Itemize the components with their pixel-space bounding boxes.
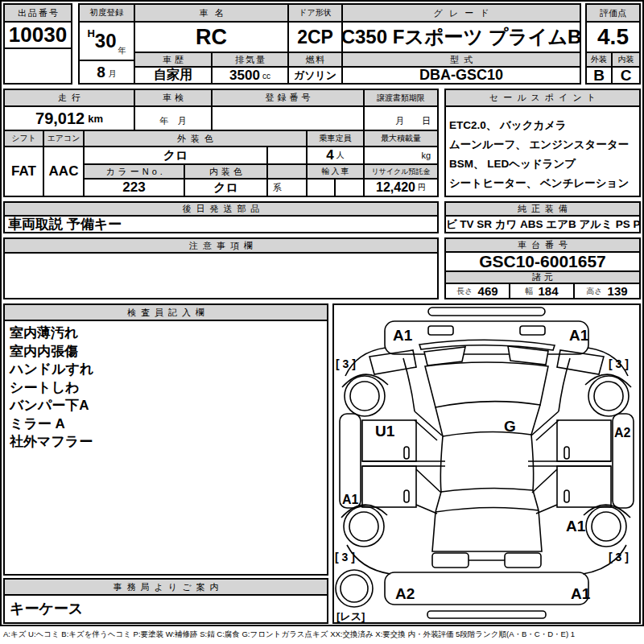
front-left-wheel-inner <box>350 382 379 411</box>
grade-value: RC350 Fスポーツ プライムBK <box>343 23 580 53</box>
rear-lip <box>427 611 546 618</box>
left-sill <box>362 461 445 466</box>
inspector-line: 社外マフラー <box>10 433 322 452</box>
inspector-line: ハンドルすれ <box>10 361 322 379</box>
mark-front-bumper-left: A1 <box>393 327 413 344</box>
car-name-label: 車名 <box>135 5 289 23</box>
recycle-value: 12,420 円 <box>365 180 437 196</box>
auction-no-value: 10030 <box>5 23 71 49</box>
equipment-label: 純正装備 <box>446 203 639 217</box>
vehicle-header-box: 初度登録 H 30 年 8 月 車名 RC 車歴 自家用 排気量 3500 cc… <box>78 3 581 85</box>
first-reg-label: 初度登録 <box>80 5 135 23</box>
spec-width: 幅 184 <box>510 284 575 298</box>
car-outline <box>336 308 634 618</box>
inspector-lines: 室内薄汚れ 室内内張傷 ハンドルすれ シートしわ バンパー下A ミラー A 社外… <box>10 324 322 452</box>
inspector-line: シートしわ <box>10 379 322 398</box>
displacement-number: 3500 <box>229 68 260 83</box>
later-parts-box: 後日発送部品 車両取説 予備キー <box>3 201 439 233</box>
windshield-outline <box>436 405 540 436</box>
car-name-value: RC <box>135 23 289 53</box>
right-door-handle <box>564 447 569 459</box>
front-right-wheel-inner <box>594 382 623 411</box>
hood <box>425 362 548 407</box>
recycle-number: 12,420 <box>376 180 415 195</box>
later-parts-label: 後日発送部品 <box>5 203 437 217</box>
mark-front-right-tire: [ 3 ] <box>609 357 629 370</box>
roof <box>440 435 533 492</box>
mark-rear-bumper-right: A1 <box>571 585 591 602</box>
history-label: 車歴 <box>135 53 213 68</box>
first-reg-month-unit: 月 <box>109 68 117 83</box>
inspection-value: 年 月 <box>135 107 213 131</box>
inspector-label: 検査員記入欄 <box>5 305 327 321</box>
damage-diagram-box: A1 A1 [ 3 ] [ 3 ] U1 G A2 A1 A1 [ 3 ] [ … <box>332 303 641 624</box>
capacity-label: 乗車定員 <box>308 131 365 147</box>
sales-point-line: ムーンルーフ、 エンジンスターター <box>449 135 636 155</box>
mark-front-bumper-right: A1 <box>569 327 589 344</box>
notes-label: 注意事項欄 <box>5 239 437 254</box>
chassis-no-value: GSC10-6001657 <box>446 253 639 272</box>
auction-sheet: { "header_bg": "#d5d5d5", "top": { "auct… <box>0 0 644 644</box>
later-parts-value: 車両取説 予備キー <box>8 217 435 232</box>
sales-point-line: BSM、 LEDヘッドランプ <box>449 155 636 174</box>
color-no-label: カラーNo. <box>85 165 185 180</box>
ext-color-value: クロ <box>85 147 268 165</box>
first-reg-era: H <box>87 23 94 39</box>
left-door-handle <box>404 447 409 459</box>
recycle-unit: 円 <box>418 182 426 196</box>
equipment-value: ナビ TV SR カワ ABS エアB アルミ PS PW <box>446 217 639 232</box>
taillight-right <box>505 553 541 568</box>
chassis-no-label: 車台番号 <box>446 239 639 253</box>
interior-grade-value: C <box>613 68 639 83</box>
first-reg-month-value: 8 <box>97 64 105 81</box>
inspector-box: 検査員記入欄 室内薄汚れ 室内内張傷 ハンドルすれ シートしわ バンパー下A ミ… <box>3 303 328 576</box>
sales-point-line: シートヒーター、 ベンチレーション <box>449 174 636 193</box>
mark-rear-left-tire: [ 3 ] <box>335 551 355 564</box>
inspector-line: 室内薄汚れ <box>10 324 322 343</box>
auction-no-box: 出品番号 10030 <box>3 3 72 85</box>
shift-value: FAT <box>5 147 44 196</box>
int-color-label: 内装色 <box>185 165 268 180</box>
import-value-b <box>336 180 365 196</box>
chassis-box: 車台番号 GSC10-6001657 諸元 長さ 469 幅 184 高さ 13… <box>444 237 641 299</box>
spec-width-value: 184 <box>538 284 558 298</box>
inspector-line: バンパー下A <box>10 397 322 415</box>
spec-height-value: 139 <box>608 284 628 298</box>
mark-left-side-rear: A1 <box>342 493 359 506</box>
left-quarter-handle <box>404 490 409 502</box>
recycle-label: リサイクル預託金 <box>365 165 437 180</box>
specs-label: 諸元 <box>446 272 639 284</box>
int-color-value: クロ <box>185 180 268 196</box>
color-no-value: 223 <box>85 180 185 196</box>
history-value: 自家用 <box>135 68 213 83</box>
reg-no-value <box>213 107 365 131</box>
reg-no-label: 登録番号 <box>213 90 365 107</box>
exterior-grade-value: B <box>587 68 613 83</box>
front-bumper <box>385 321 588 354</box>
first-reg-month: 8 月 <box>80 61 135 83</box>
int-color-suffix-hdr <box>268 165 308 180</box>
trunk <box>432 510 542 551</box>
door-value: 2CP <box>289 23 343 53</box>
auction-no-label: 出品番号 <box>5 5 71 23</box>
fuel-label: 燃料 <box>289 53 343 68</box>
ext-color-label: 外装色 <box>85 131 308 147</box>
spec-height: 高さ 139 <box>575 284 639 298</box>
ext-color-suffix-cell <box>268 147 308 165</box>
mileage-number: 79,012 <box>35 109 85 128</box>
mileage-label: 走行 <box>5 90 135 107</box>
int-color-suffix: 系 <box>268 180 308 196</box>
first-reg-year: H 30 年 <box>80 23 135 61</box>
rear-left-wheel-inner <box>349 512 378 541</box>
equipment-box: 純正装備 ナビ TV SR カワ ABS エアB アルミ PS PW <box>444 201 641 233</box>
mark-left-door: U1 <box>375 423 395 440</box>
inspector-line: ミラー A <box>10 415 322 434</box>
score-value: 4.5 <box>587 23 639 53</box>
office-value: キーケース <box>10 597 322 620</box>
capacity-unit: 人 <box>336 150 345 163</box>
notes-box: 注意事項欄 <box>3 237 439 299</box>
model-code-label: 型式 <box>343 53 580 68</box>
first-reg-year-unit: 年 <box>118 45 126 60</box>
capacity-number: 4 <box>326 147 333 163</box>
right-sill <box>528 461 611 466</box>
